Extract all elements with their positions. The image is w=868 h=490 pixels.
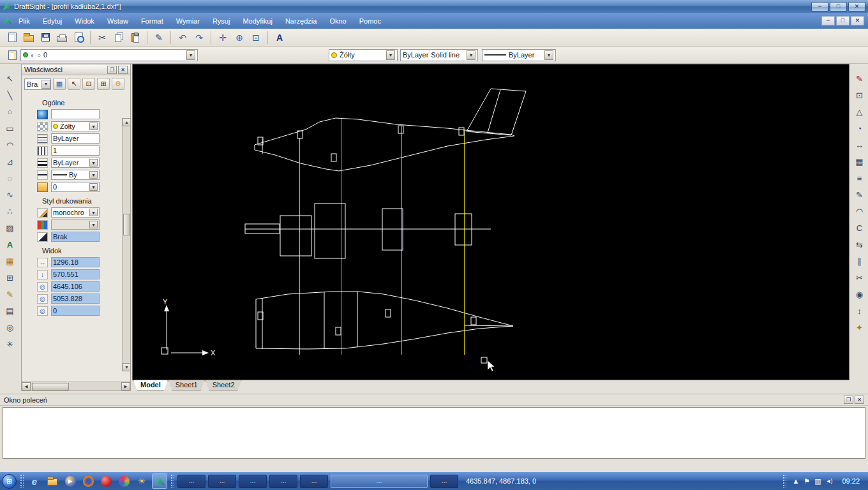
- hyperlink-field[interactable]: [51, 109, 100, 119]
- close-button[interactable]: ✕: [848, 2, 865, 11]
- spline-tool-button[interactable]: ∿: [3, 188, 18, 202]
- entity-filter-dropdown[interactable]: Bra ▾: [24, 78, 51, 90]
- menu-okno[interactable]: Okno: [324, 15, 352, 27]
- undo-button[interactable]: ↶: [174, 30, 191, 45]
- line-tool-button[interactable]: ╲: [3, 88, 18, 103]
- note-tool-button[interactable]: ✎: [3, 287, 18, 302]
- format-painter-button[interactable]: ✎: [151, 30, 167, 45]
- target-button[interactable]: ◉: [852, 287, 867, 302]
- quicklaunch-red-app[interactable]: [98, 473, 114, 489]
- chevron-down-icon[interactable]: ▾: [544, 50, 553, 60]
- quicklaunch-mediaplayer[interactable]: ▶: [63, 473, 78, 489]
- tab-model[interactable]: Model: [133, 380, 168, 390]
- swap-button[interactable]: ⇆: [852, 237, 867, 252]
- paste-button[interactable]: [127, 30, 144, 45]
- highlight-button[interactable]: ✦: [852, 320, 867, 335]
- chevron-down-icon[interactable]: ▾: [89, 159, 98, 167]
- quicklaunch-paint[interactable]: [116, 473, 131, 489]
- snap-tool-button[interactable]: ✳: [3, 337, 18, 352]
- annotation-button[interactable]: A: [271, 30, 288, 45]
- chevron-down-icon[interactable]: ▾: [467, 50, 475, 60]
- image-tool-button[interactable]: ▦: [3, 254, 18, 269]
- start-button[interactable]: ⊞: [2, 474, 17, 489]
- menu-edytuj[interactable]: Edytuj: [37, 15, 68, 27]
- title-bar[interactable]: DraftSight - [profil kadłuba2,1.dxf*] – …: [0, 0, 868, 13]
- save-button[interactable]: [37, 30, 54, 45]
- mdi-restore-button[interactable]: □: [836, 16, 849, 26]
- select-tool-button[interactable]: ↖: [3, 71, 18, 86]
- pattern-tool-button[interactable]: ▤: [3, 304, 18, 318]
- sketch-button[interactable]: ✎: [852, 188, 867, 202]
- line-color-dropdown[interactable]: Żółty ▾: [329, 49, 398, 61]
- linescale-field[interactable]: 1: [51, 145, 100, 156]
- linepattern-select[interactable]: By ▾: [51, 170, 100, 180]
- zoom-window-button[interactable]: ⊡: [852, 88, 867, 103]
- layer-dropdown[interactable]: ◐ ○ 0 ▾: [20, 49, 198, 61]
- menu-narzedzia[interactable]: Narzędzia: [280, 15, 323, 27]
- taskbar-grip[interactable]: [170, 474, 174, 488]
- tab-sheet1[interactable]: Sheet1: [168, 380, 205, 390]
- layer-select[interactable]: 0 ▾: [51, 182, 100, 192]
- properties-vertical-scrollbar[interactable]: ▲ ▼: [122, 118, 130, 371]
- chevron-down-icon[interactable]: ▾: [89, 183, 98, 191]
- menu-modyfikuj[interactable]: Modyfikuj: [237, 15, 278, 27]
- network-icon[interactable]: ▥: [814, 477, 821, 486]
- chevron-down-icon[interactable]: ▾: [89, 122, 98, 130]
- settings-button[interactable]: ⚙: [112, 78, 124, 90]
- scroll-left-arrow-icon[interactable]: ◀: [22, 382, 31, 390]
- edit-tool-button[interactable]: ✎: [852, 71, 867, 86]
- taskbar-clock[interactable]: 09:22: [842, 477, 860, 485]
- rectangle-tool-button[interactable]: ▭: [3, 121, 18, 136]
- pick-entity-button[interactable]: ↖: [68, 78, 80, 90]
- properties-horizontal-scrollbar[interactable]: ◀ ▶: [22, 382, 130, 390]
- line-style-dropdown[interactable]: ByLayer Solid line ▾: [400, 49, 478, 61]
- text-tool-button[interactable]: A: [3, 237, 18, 252]
- quicklaunch-settings[interactable]: ☀: [134, 473, 149, 489]
- view-center-z-field[interactable]: 0: [51, 306, 100, 316]
- ellipse-tool-button[interactable]: ◌: [3, 171, 18, 186]
- task-button-2[interactable]: …: [208, 475, 236, 488]
- print-button[interactable]: [54, 30, 70, 45]
- linestyle-field[interactable]: ByLayer: [51, 133, 100, 144]
- grid-view-button[interactable]: ▦: [53, 78, 66, 90]
- command-close-button[interactable]: ✕: [855, 396, 864, 404]
- chevron-down-icon[interactable]: ▾: [386, 50, 395, 60]
- select-matching-button[interactable]: ⊞: [97, 78, 110, 90]
- chevron-down-icon[interactable]: ▾: [89, 209, 98, 216]
- quicklaunch-firefox[interactable]: [80, 473, 96, 489]
- print-preview-button[interactable]: [70, 30, 87, 45]
- chevron-down-icon[interactable]: ▾: [186, 50, 195, 60]
- task-button-active[interactable]: …: [331, 475, 428, 488]
- drawing-canvas[interactable]: Y X: [132, 64, 849, 380]
- trim-button[interactable]: ✂: [852, 271, 867, 285]
- list-button[interactable]: ≡: [852, 171, 867, 186]
- menu-format[interactable]: Format: [135, 15, 169, 27]
- copy-button[interactable]: [110, 30, 127, 45]
- redo-button[interactable]: ↷: [191, 30, 207, 45]
- lineweight-select[interactable]: ByLayer ▾: [51, 158, 100, 168]
- task-button-3[interactable]: …: [239, 475, 267, 488]
- menu-pomoc[interactable]: Pomoc: [354, 15, 387, 27]
- center-mark-button[interactable]: C: [852, 221, 867, 235]
- new-document-button[interactable]: [4, 30, 20, 45]
- hidden-icons-arrow[interactable]: ▲: [792, 477, 799, 485]
- open-button[interactable]: [20, 30, 37, 45]
- grid-button[interactable]: ▦: [852, 154, 867, 169]
- printvalue-field[interactable]: Brak: [51, 232, 100, 242]
- task-button-5[interactable]: …: [300, 475, 328, 488]
- view-height-field[interactable]: 570.551: [51, 269, 100, 279]
- mdi-minimize-button[interactable]: –: [821, 16, 835, 26]
- task-button-1[interactable]: …: [177, 475, 206, 488]
- task-button-4[interactable]: …: [269, 475, 297, 488]
- quick-select-button[interactable]: ⊡: [82, 78, 95, 90]
- polyline-tool-button[interactable]: ⊿: [3, 154, 18, 169]
- scrollbar-thumb[interactable]: [32, 383, 69, 390]
- menu-wymiar[interactable]: Wymiar: [170, 15, 206, 27]
- menu-widok[interactable]: Widok: [69, 15, 100, 27]
- task-button-6[interactable]: …: [430, 475, 458, 488]
- layers-manager-button[interactable]: [4, 47, 20, 63]
- command-window-header[interactable]: Okno poleceń ❐ ✕: [0, 394, 868, 406]
- cut-button[interactable]: ✂: [94, 30, 110, 45]
- point-tool-button[interactable]: ∴: [3, 204, 18, 219]
- ring-tool-button[interactable]: ◎: [3, 320, 18, 335]
